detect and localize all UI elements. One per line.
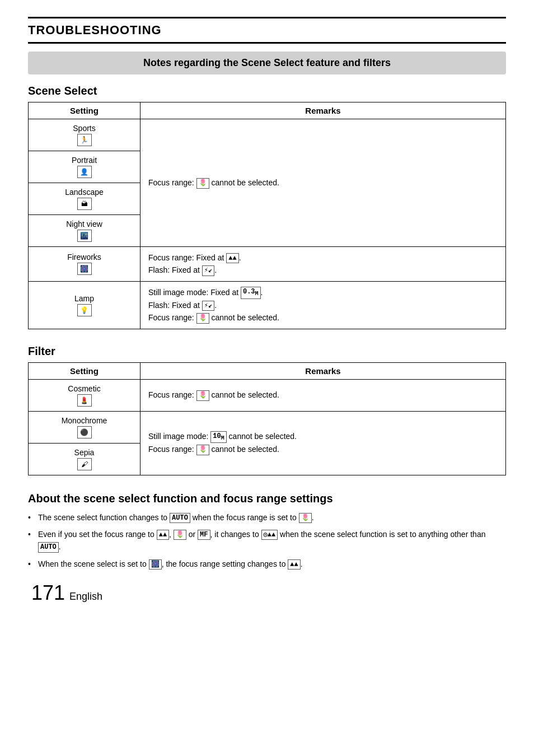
scene-macro-icon-b2: ◎▲▲ bbox=[261, 530, 278, 540]
remarks-cell-lamp: Still image mode: Fixed at 0.3M. Flash: … bbox=[140, 281, 506, 329]
filter-table: Setting Remarks Cosmetic 💄 Focus range: … bbox=[28, 362, 506, 475]
page-number: 171English bbox=[28, 581, 506, 605]
table-row: Fireworks 🎆 Focus range: Fixed at ▲▲. Fl… bbox=[29, 247, 506, 282]
focus-range-icon-lamp: 🌷 bbox=[196, 313, 209, 323]
remarks-cell-cosmetic: Focus range: 🌷 cannot be selected. bbox=[140, 379, 506, 411]
setting-cell-sports: Sports 🏃 bbox=[29, 119, 140, 151]
remarks-cell-mono-sepia: Still image mode: 10M cannot be selected… bbox=[140, 411, 506, 475]
flash-icon-lamp: ⚡↙ bbox=[202, 301, 214, 311]
setting-cell-landscape: Landscape 🏔 bbox=[29, 183, 140, 215]
monochrome-icon: ⚫ bbox=[77, 426, 92, 438]
sports-icon: 🏃 bbox=[77, 134, 92, 146]
table-row: Monochrome ⚫ Still image mode: 10M canno… bbox=[29, 411, 506, 443]
remarks-cell-group1: Focus range: 🌷 cannot be selected. bbox=[140, 119, 506, 247]
filter-heading: Filter bbox=[28, 345, 506, 358]
col-remarks-filter: Remarks bbox=[140, 362, 506, 379]
table-row: Sports 🏃 Focus range: 🌷 cannot be select… bbox=[29, 119, 506, 151]
cosmetic-icon: 💄 bbox=[77, 394, 92, 407]
table-row: Lamp 💡 Still image mode: Fixed at 0.3M. … bbox=[29, 281, 506, 329]
fireworks-icon: 🎆 bbox=[77, 263, 92, 275]
auto-icon-2: AUTO bbox=[38, 542, 59, 552]
flash-icon-fireworks: ⚡↙ bbox=[202, 265, 214, 276]
setting-cell-cosmetic: Cosmetic 💄 bbox=[29, 379, 140, 411]
macro-icon-fireworks: ▲▲ bbox=[226, 253, 238, 263]
fireworks-icon-b3: 🎆 bbox=[149, 559, 162, 570]
scene-select-heading: Scene Select bbox=[28, 85, 506, 97]
focus-range-icon-cosmetic: 🌷 bbox=[196, 390, 209, 400]
col-setting-filter: Setting bbox=[29, 362, 140, 379]
list-item: Even if you set the focus range to ▲▲, 🌷… bbox=[28, 528, 506, 553]
lamp-icon: 💡 bbox=[77, 304, 92, 316]
focus-range-icon-b1: 🌷 bbox=[299, 513, 312, 523]
macro-icon-b2: ▲▲ bbox=[157, 530, 169, 540]
macro-icon-b3: ▲▲ bbox=[288, 559, 300, 570]
mf-icon-b2: MF bbox=[198, 530, 210, 540]
list-item: When the scene select is set to 🎆, the f… bbox=[28, 558, 506, 570]
auto-icon-1: AUTO bbox=[170, 513, 190, 523]
sepia-icon: 🖌 bbox=[77, 458, 92, 470]
landscape-icon: 🏔 bbox=[77, 198, 92, 210]
list-item: The scene select function changes to AUT… bbox=[28, 511, 506, 524]
bullet-list: The scene select function changes to AUT… bbox=[28, 511, 506, 571]
remarks-cell-fireworks: Focus range: Fixed at ▲▲. Flash: Fixed a… bbox=[140, 247, 506, 282]
troubleshooting-section: TROUBLESHOOTING bbox=[28, 17, 506, 44]
table-row: Cosmetic 💄 Focus range: 🌷 cannot be sele… bbox=[29, 379, 506, 411]
troubleshooting-title: TROUBLESHOOTING bbox=[28, 23, 506, 38]
about-heading: About the scene select function and focu… bbox=[28, 491, 506, 506]
setting-cell-fireworks: Fireworks 🎆 bbox=[29, 247, 140, 282]
portrait-icon: 👤 bbox=[77, 166, 92, 178]
still-icon-mono: 10M bbox=[210, 431, 226, 443]
setting-cell-monochrome: Monochrome ⚫ bbox=[29, 411, 140, 443]
notes-banner: Notes regarding the Scene Select feature… bbox=[28, 52, 506, 74]
setting-cell-portrait: Portrait 👤 bbox=[29, 151, 140, 183]
setting-cell-sepia: Sepia 🖌 bbox=[29, 443, 140, 475]
scene-select-table: Setting Remarks Sports 🏃 Focus range: 🌷 … bbox=[28, 102, 506, 329]
col-setting-scene: Setting bbox=[29, 102, 140, 119]
still-icon-lamp: 0.3M bbox=[241, 287, 261, 298]
page-lang: English bbox=[69, 591, 102, 602]
setting-cell-lamp: Lamp 💡 bbox=[29, 281, 140, 329]
setting-cell-nightview: Night view 🌃 bbox=[29, 215, 140, 247]
page-num-value: 171 bbox=[31, 581, 65, 604]
nightview-icon: 🌃 bbox=[77, 230, 92, 242]
focus-range-icon-mono: 🌷 bbox=[196, 445, 209, 455]
focus-range-icon-1: 🌷 bbox=[196, 178, 209, 188]
focus-range-icon-b2: 🌷 bbox=[174, 530, 186, 540]
col-remarks-scene: Remarks bbox=[140, 102, 506, 119]
